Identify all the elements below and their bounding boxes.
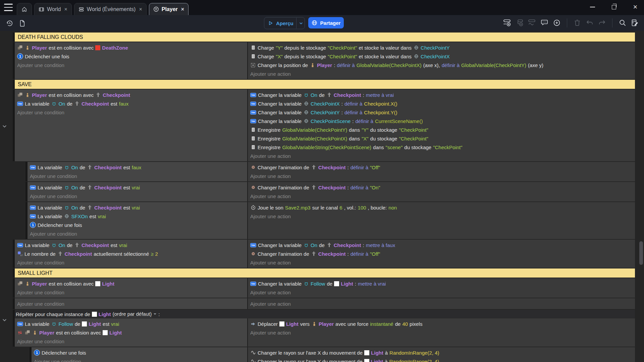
condition-row[interactable]: Playerest en collision avecDeathZone: [15, 43, 247, 52]
action-row[interactable]: Joue le sonSave2.mp3sur le canal6, vol.:…: [248, 203, 635, 212]
action-row[interactable]: Changer le rayon sur l'axe Y du mouvemen…: [248, 357, 635, 362]
condition-row[interactable]: La variableOndeCheckpointestvrai: [28, 203, 247, 212]
add-action-link[interactable]: Ajouter une action: [248, 258, 635, 267]
add-condition-link[interactable]: Ajouter une condition: [15, 258, 247, 267]
add-condition-link[interactable]: Ajouter une condition: [15, 337, 247, 346]
action-row[interactable]: Changer la position dePlayer:définir àGl…: [248, 61, 635, 69]
tab-player[interactable]: Player ×: [149, 3, 189, 15]
add-condition-link[interactable]: Ajouter une condition: [28, 192, 247, 200]
condition-row[interactable]: x?Le nombre deCheckpointactuellement sél…: [15, 249, 247, 258]
add-action-link[interactable]: Ajouter une action: [248, 172, 635, 180]
action-row[interactable]: Changer la variableFollowdeLight:mettre …: [248, 279, 635, 288]
action-row[interactable]: Changer la variableCheckPointY:définir à…: [248, 108, 635, 117]
section-header[interactable]: SMALL LIGHT: [13, 268, 635, 278]
action-row[interactable]: Changer l'animation deCheckpoint:définir…: [248, 249, 635, 258]
add-condition-link[interactable]: Ajouter une condition: [15, 61, 247, 69]
redo-icon[interactable]: [598, 19, 606, 27]
objvar-icon: [51, 242, 57, 248]
add-action-link[interactable]: Ajouter une action: [248, 212, 635, 221]
action-row[interactable]: Charge"X"depuis le stockage"CheckPoint"e…: [248, 52, 635, 61]
action-row[interactable]: Changer la variableCheckPointX:définir à…: [248, 99, 635, 108]
actions-column: Changer le rayon sur l'axe X du mouvemen…: [248, 347, 635, 362]
condition-row[interactable]: La variableOndeCheckpointestvrai: [28, 183, 247, 192]
action-row[interactable]: Changer l'animation deCheckpoint:définir…: [248, 163, 635, 172]
action-row[interactable]: Changer la variableCheckPointScene:défin…: [248, 117, 635, 125]
condition-row[interactable]: La variableOndeCheckpointestvrai: [15, 241, 247, 249]
restore-icon[interactable]: [610, 3, 617, 11]
toolbar: Aperçu Partager: [0, 15, 644, 31]
tab-home[interactable]: [17, 3, 32, 15]
objvar-icon: [303, 92, 309, 98]
section-header[interactable]: DEATH FALLING CLOUDS: [13, 33, 635, 42]
scrollbar-thumb[interactable]: [639, 241, 643, 265]
text-segment: vrai: [111, 321, 119, 327]
close-tab-icon[interactable]: ×: [139, 7, 142, 12]
tab-world-events[interactable]: World (Évènements) ×: [74, 3, 147, 15]
text-segment: Checkpoint: [318, 185, 346, 190]
conditions-column: Playerest en collision avecDeathZoneDécl…: [15, 42, 247, 79]
condition-row[interactable]: La variableFollowdeLightestvrai: [15, 319, 247, 328]
history-icon[interactable]: [5, 19, 13, 27]
condition-row[interactable]: La variableSFXOnestvrai: [28, 212, 247, 221]
close-tab-icon[interactable]: ×: [181, 7, 184, 12]
add-other-event-icon[interactable]: [528, 19, 536, 27]
action-row[interactable]: Changer la variableOndeCheckpoint:mettre…: [248, 90, 635, 99]
action-row[interactable]: EnregistreGlobalVariableString(CheckPoin…: [248, 143, 635, 152]
condition-row[interactable]: La variableOndeCheckpointestfaux: [28, 163, 247, 172]
close-tab-icon[interactable]: ×: [64, 7, 67, 12]
add-subevent-icon[interactable]: [516, 19, 524, 27]
player-icon: [311, 321, 317, 327]
action-row[interactable]: EnregistreGlobalVariable(CheckPointX)dan…: [248, 134, 635, 143]
add-action-link[interactable]: Ajouter une action: [248, 152, 635, 160]
minimize-icon[interactable]: [589, 3, 596, 11]
action-row[interactable]: Changer la variableOndeCheckpoint:mettre…: [248, 241, 635, 249]
comment-icon[interactable]: [540, 19, 548, 27]
add-condition-link[interactable]: Ajouter une condition: [28, 229, 247, 238]
repeat-header[interactable]: Répéter pour chaque instance deLight(ord…: [15, 310, 635, 318]
close-window-icon[interactable]: ×: [632, 3, 639, 11]
section-header[interactable]: SAVE: [13, 80, 635, 89]
add-condition-link[interactable]: Ajouter une condition: [28, 172, 247, 180]
notes-edit-icon[interactable]: [631, 19, 639, 27]
add-action-link[interactable]: Ajouter une action: [248, 192, 635, 200]
share-button[interactable]: Partager: [308, 17, 344, 28]
condition-row[interactable]: La variableOndeCheckpointestfaux: [15, 99, 247, 108]
varbadge-icon: [17, 322, 23, 326]
text-segment: sur le canal: [312, 205, 338, 210]
search-icon[interactable]: [619, 19, 627, 27]
condition-row[interactable]: Playerest en collision avecLight: [15, 279, 247, 288]
action-row[interactable]: EnregistreGlobalVariable(CheckPointY)dan…: [248, 125, 635, 134]
text-segment: est en collision avec: [49, 45, 94, 51]
action-row[interactable]: Changer le rayon sur l'axe X du mouvemen…: [248, 348, 635, 357]
add-action-link[interactable]: Ajouter une action: [248, 288, 635, 297]
add-action-link[interactable]: Ajouter une action: [248, 328, 635, 337]
condition-row[interactable]: Déclencher une fois: [15, 52, 247, 61]
hamburger-menu-icon[interactable]: [4, 4, 13, 11]
add-action-link[interactable]: Ajouter une action: [248, 299, 635, 308]
add-condition-link[interactable]: Ajouter une condition: [32, 357, 247, 362]
tab-world-scene[interactable]: World ×: [34, 3, 72, 15]
add-action-link[interactable]: Ajouter une action: [248, 69, 635, 78]
add-event-icon[interactable]: [503, 19, 511, 27]
condition-row[interactable]: Déclencher une fois: [32, 348, 247, 357]
file-icon[interactable]: [18, 19, 26, 27]
chevron-down-icon[interactable]: [298, 20, 304, 26]
condition-row[interactable]: Playerest en collision avecLight: [15, 328, 247, 337]
trash-icon[interactable]: [573, 19, 581, 27]
action-row[interactable]: Charge"Y"depuis le stockage"CheckPoint"e…: [248, 43, 635, 52]
condition-row[interactable]: Déclencher une fois: [28, 221, 247, 229]
action-row[interactable]: DéplacerLightversPlayeravec une forceins…: [248, 319, 635, 328]
add-condition-link[interactable]: Ajouter une condition: [15, 288, 247, 297]
preview-button[interactable]: Aperçu: [264, 17, 305, 29]
fold-chevron-icon[interactable]: [2, 317, 7, 324]
text-segment: Light: [371, 359, 383, 362]
text-segment: du stockage: [404, 144, 431, 150]
condition-row[interactable]: Playerest en collision avecCheckpoint: [15, 90, 247, 99]
objvar-icon: [51, 321, 57, 327]
add-condition-link[interactable]: Ajouter une condition: [15, 299, 247, 308]
action-row[interactable]: Changer l'animation deCheckpoint:définir…: [248, 183, 635, 192]
fold-chevron-icon[interactable]: [2, 123, 7, 130]
undo-icon[interactable]: [586, 19, 594, 27]
add-circle-icon[interactable]: [553, 19, 561, 27]
add-condition-link[interactable]: Ajouter une condition: [15, 108, 247, 117]
